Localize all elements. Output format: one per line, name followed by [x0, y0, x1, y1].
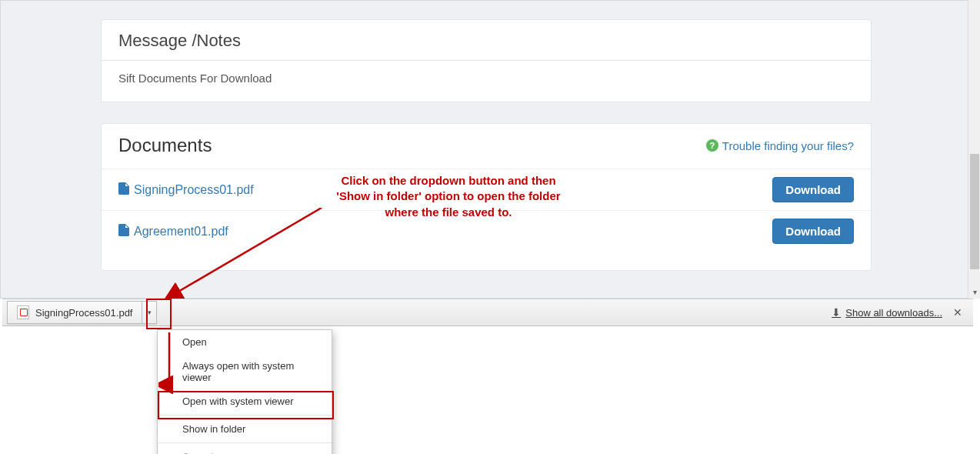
question-circle-icon: ? — [706, 139, 718, 152]
chevron-down-icon: ▾ — [148, 309, 152, 316]
download-item-dropdown[interactable]: ▾ — [142, 302, 156, 323]
documents-header: Documents ? Trouble finding your files? — [102, 124, 871, 169]
document-link[interactable]: SigningProcess01.pdf — [118, 182, 254, 198]
menu-separator — [158, 442, 332, 443]
menu-item-open[interactable]: Open — [158, 330, 332, 354]
download-bar-right: ⬇ Show all downloads... ✕ — [832, 306, 973, 319]
show-all-downloads-link[interactable]: ⬇ Show all downloads... — [832, 306, 942, 319]
download-button[interactable]: Download — [772, 219, 854, 244]
download-button[interactable]: Download — [772, 177, 854, 202]
notes-title: Message /Notes — [118, 31, 854, 51]
help-link-label: Trouble finding your files? — [722, 139, 854, 152]
show-all-label: Show all downloads... — [845, 307, 942, 319]
document-name: Agreement01.pdf — [134, 225, 228, 239]
file-icon — [118, 224, 129, 239]
notes-body: Sift Documents For Download — [102, 61, 871, 95]
download-item: SigningProcess01.pdf ▾ — [7, 301, 157, 324]
close-icon: ✕ — [953, 306, 962, 319]
scrollbar-thumb[interactable] — [970, 154, 979, 269]
close-download-bar-button[interactable]: ✕ — [950, 306, 965, 319]
download-bar: SigningProcess01.pdf ▾ ⬇ Show all downlo… — [2, 299, 973, 326]
annotation-line: where the file saved to. — [322, 205, 575, 220]
annotation-line: Click on the dropdown button and then — [322, 173, 575, 189]
file-icon — [118, 182, 129, 198]
menu-item-show-in-folder[interactable]: Show in folder — [158, 417, 332, 441]
download-context-menu: Open Always open with system viewer Open… — [157, 329, 332, 454]
notes-panel: Message /Notes Sift Documents For Downlo… — [101, 19, 872, 102]
menu-item-cancel[interactable]: Cancel — [158, 445, 332, 454]
menu-item-always-open[interactable]: Always open with system viewer — [158, 354, 332, 389]
menu-item-open-system[interactable]: Open with system viewer — [158, 389, 332, 413]
document-name: SigningProcess01.pdf — [134, 183, 254, 197]
pdf-icon — [17, 305, 29, 319]
download-arrow-icon: ⬇ — [832, 306, 841, 319]
annotation-text: Click on the dropdown button and then 'S… — [322, 173, 575, 220]
help-link[interactable]: ? Trouble finding your files? — [706, 139, 854, 152]
document-link[interactable]: Agreement01.pdf — [118, 224, 228, 239]
download-item-filename: SigningProcess01.pdf — [35, 307, 132, 319]
download-item-open[interactable]: SigningProcess01.pdf — [8, 302, 142, 323]
scrollbar-down-arrow-icon[interactable]: ▾ — [970, 288, 979, 297]
scrollbar[interactable]: ▾ — [968, 0, 980, 299]
menu-separator — [158, 415, 332, 416]
documents-title: Documents — [118, 135, 212, 156]
notes-header: Message /Notes — [102, 20, 871, 61]
annotation-line: 'Show in folder' option to open the fold… — [322, 189, 575, 204]
